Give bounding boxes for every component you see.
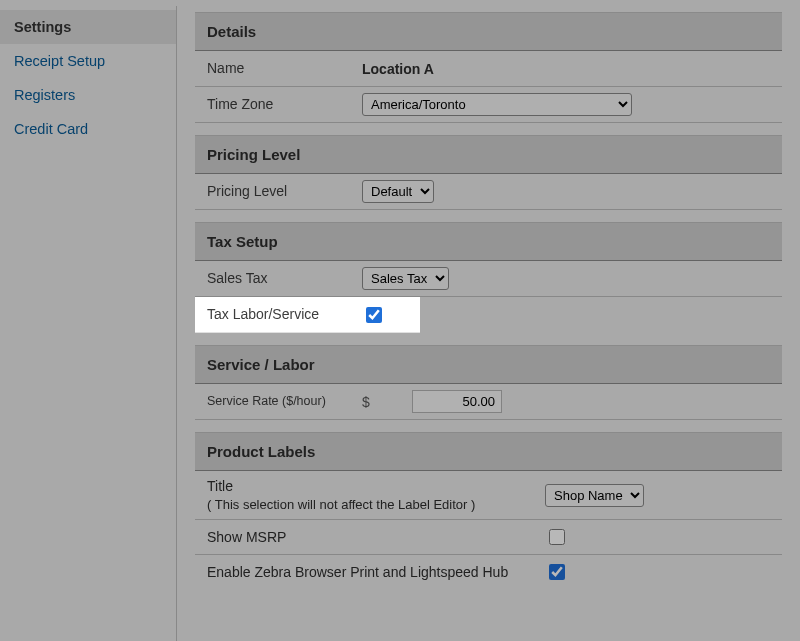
row-tax-labor-service: Tax Labor/Service — [195, 297, 420, 333]
section-header-product-labels: Product Labels — [195, 432, 782, 471]
section-product-labels: Product Labels Title ( This selection wi… — [195, 432, 782, 589]
row-timezone: Time Zone America/Toronto — [195, 87, 782, 123]
sidebar-item-receipt-setup[interactable]: Receipt Setup — [0, 44, 176, 78]
name-value: Location A — [362, 61, 434, 77]
show-msrp-checkbox[interactable] — [549, 529, 565, 545]
sidebar-item-credit-card[interactable]: Credit Card — [0, 112, 176, 146]
label-title-line2: ( This selection will not affect the Lab… — [207, 496, 545, 514]
service-rate-prefix: $ — [362, 394, 412, 410]
section-header-details: Details — [195, 12, 782, 51]
label-title-text: Title ( This selection will not affect t… — [207, 477, 545, 513]
enable-zebra-label: Enable Zebra Browser Print and Lightspee… — [207, 563, 545, 582]
settings-page: Settings Receipt Setup Registers Credit … — [0, 0, 800, 641]
timezone-select[interactable]: America/Toronto — [362, 93, 632, 116]
show-msrp-label: Show MSRP — [207, 528, 545, 547]
row-show-msrp: Show MSRP — [195, 520, 782, 555]
section-tax: Tax Setup Sales Tax Sales Tax Tax Labor/… — [195, 222, 782, 333]
row-service-rate: Service Rate ($/hour) $ — [195, 384, 782, 420]
name-label: Name — [207, 60, 362, 78]
section-header-tax: Tax Setup — [195, 222, 782, 261]
main-content: Details Name Location A Time Zone Americ… — [177, 6, 800, 641]
sales-tax-label: Sales Tax — [207, 270, 362, 288]
section-header-service: Service / Labor — [195, 345, 782, 384]
row-sales-tax: Sales Tax Sales Tax — [195, 261, 782, 297]
timezone-label: Time Zone — [207, 96, 362, 114]
sidebar-item-registers[interactable]: Registers — [0, 78, 176, 112]
sidebar-heading-settings[interactable]: Settings — [0, 10, 176, 44]
row-pricing-level: Pricing Level Default — [195, 174, 782, 210]
row-enable-zebra: Enable Zebra Browser Print and Lightspee… — [195, 555, 782, 589]
pricing-level-select[interactable]: Default — [362, 180, 434, 203]
layout-columns: Settings Receipt Setup Registers Credit … — [0, 0, 800, 641]
label-title-line1: Title — [207, 477, 545, 496]
label-title-select[interactable]: Shop Name — [545, 484, 644, 507]
section-service: Service / Labor Service Rate ($/hour) $ — [195, 345, 782, 420]
service-rate-label: Service Rate ($/hour) — [207, 394, 362, 410]
tax-labor-checkbox[interactable] — [366, 307, 382, 323]
row-label-title: Title ( This selection will not affect t… — [195, 471, 782, 520]
sales-tax-select[interactable]: Sales Tax — [362, 267, 449, 290]
pricing-level-label: Pricing Level — [207, 183, 362, 201]
tax-labor-label: Tax Labor/Service — [207, 306, 362, 324]
row-name: Name Location A — [195, 51, 782, 87]
enable-zebra-checkbox[interactable] — [549, 564, 565, 580]
section-pricing: Pricing Level Pricing Level Default — [195, 135, 782, 210]
service-rate-input[interactable] — [412, 390, 502, 413]
sidebar: Settings Receipt Setup Registers Credit … — [0, 6, 177, 641]
section-header-pricing: Pricing Level — [195, 135, 782, 174]
section-details: Details Name Location A Time Zone Americ… — [195, 12, 782, 123]
